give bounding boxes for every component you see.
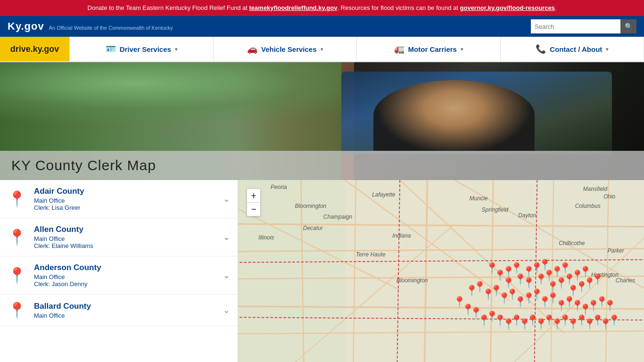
- map-pin[interactable]: 📍: [510, 262, 523, 274]
- map-pin[interactable]: 📍: [579, 266, 592, 278]
- county-sub2: Clerk: Lisa Greer: [34, 204, 219, 211]
- nav-item-contact-about-label: Contact / About: [550, 45, 602, 53]
- county-name: Anderson County: [34, 263, 219, 272]
- kygov-header: Ky.gov An Official Website of the Common…: [0, 16, 644, 37]
- map-pin[interactable]: 📍: [538, 259, 551, 271]
- main-content: 📍 Adair County Main Office Clerk: Lisa G…: [0, 180, 644, 362]
- contact-about-icon: 📞: [536, 44, 546, 54]
- flood-banner-text-after: .: [555, 4, 557, 11]
- county-name: Ballard County: [34, 302, 219, 311]
- hero-tree: [0, 62, 341, 133]
- site-nav: drive.ky.gov 🪪 Driver Services ▾ 🚗 Vehic…: [0, 37, 644, 62]
- county-info: Anderson County Main Office Clerk: Jason…: [34, 263, 219, 288]
- county-sub2: Clerk: Jason Denny: [34, 280, 219, 288]
- map-city-label: Muncie: [470, 195, 488, 202]
- driver-services-icon: 🪪: [106, 44, 116, 54]
- county-name: Adair County: [34, 187, 219, 196]
- governor-flood-link[interactable]: governor.ky.gov/flood-resources: [460, 4, 555, 11]
- search-input[interactable]: [531, 19, 620, 33]
- hero: KY County Clerk Map: [0, 62, 644, 180]
- map-city-label: Bloomington: [295, 203, 327, 209]
- county-item[interactable]: 📍 Adair County Main Office Clerk: Lisa G…: [0, 180, 238, 218]
- map-city-label: Decatur: [303, 225, 323, 231]
- search-button[interactable]: 🔍: [620, 19, 636, 33]
- flood-banner-text-middle: . Resources for flood victims can be fou…: [337, 4, 460, 11]
- map-city-label: Lafayette: [372, 191, 395, 198]
- map-city-label: Parker: [608, 247, 624, 254]
- map-pin[interactable]: 📍: [559, 262, 571, 274]
- map-pin[interactable]: 📍: [522, 277, 535, 289]
- map-city-label: Chillicothe: [559, 240, 585, 247]
- flood-banner-text-before: Donate to the Team Eastern Kentucky Floo…: [88, 4, 249, 11]
- map-pin[interactable]: 📍: [591, 273, 604, 286]
- map-pin[interactable]: 📍: [608, 314, 620, 327]
- county-info: Ballard County Main Office: [34, 302, 219, 319]
- zoom-in-button[interactable]: +: [247, 189, 260, 202]
- map-pin[interactable]: 📍: [603, 300, 616, 312]
- county-pin-icon: 📍: [8, 266, 26, 284]
- county-sub1: Main Office: [34, 197, 219, 204]
- nav-item-driver-services[interactable]: 🪪 Driver Services ▾: [70, 37, 214, 61]
- nav-item-motor-carriers-label: Motor Carriers: [408, 45, 457, 53]
- hero-title-area: KY County Clerk Map: [0, 151, 644, 180]
- map-city-label: Indiana: [392, 232, 411, 239]
- nav-item-driver-services-label: Driver Services: [120, 45, 171, 53]
- kygov-header-left: Ky.gov An Official Website of the Common…: [8, 20, 173, 33]
- map-city-label: Terre Haute: [356, 251, 386, 258]
- county-list: 📍 Adair County Main Office Clerk: Lisa G…: [0, 180, 238, 362]
- county-expand-chevron[interactable]: ⌄: [223, 270, 230, 280]
- driver-services-chevron: ▾: [175, 47, 177, 52]
- county-info: Adair County Main Office Clerk: Lisa Gre…: [34, 187, 219, 211]
- county-expand-chevron[interactable]: ⌄: [223, 194, 230, 204]
- county-pin-icon: 📍: [8, 228, 26, 246]
- map-city-label: Dayton: [518, 212, 536, 219]
- county-info: Allen County Main Office Clerk: Elaine W…: [34, 225, 219, 249]
- map-city-label: Columbus: [575, 203, 601, 209]
- search-wrapper: 🔍: [531, 19, 636, 33]
- kygov-tagline: An Official Website of the Commonwealth …: [49, 25, 173, 31]
- vehicle-services-icon: 🚗: [247, 44, 257, 54]
- county-expand-chevron[interactable]: ⌄: [223, 305, 230, 315]
- map-city-label: Peoria: [271, 184, 287, 190]
- kygov-logo[interactable]: Ky.gov: [8, 20, 44, 33]
- map-city-label: Bloomington: [396, 277, 428, 284]
- county-item[interactable]: 📍 Allen County Main Office Clerk: Elaine…: [0, 218, 238, 256]
- map-city-label: Mansfield: [583, 186, 607, 192]
- nav-item-contact-about[interactable]: 📞 Contact / About ▾: [501, 37, 644, 61]
- nav-item-vehicle-services-label: Vehicle Services: [261, 45, 317, 53]
- county-pin-icon: 📍: [8, 190, 26, 208]
- map-pin[interactable]: 📍: [502, 277, 515, 289]
- site-logo[interactable]: drive.ky.gov: [0, 37, 70, 61]
- hero-title: KY County Clerk Map: [11, 157, 633, 173]
- county-sub1: Main Office: [34, 235, 219, 242]
- motor-carriers-chevron: ▾: [461, 47, 463, 52]
- map-city-label: Champaign: [323, 214, 352, 220]
- county-sub2: Clerk: Elaine Williams: [34, 242, 219, 249]
- county-pin-icon: 📍: [8, 301, 26, 319]
- county-expand-chevron[interactable]: ⌄: [223, 232, 230, 242]
- county-name: Allen County: [34, 225, 219, 234]
- hero-person: [373, 80, 535, 151]
- nav-item-motor-carriers[interactable]: 🚛 Motor Carriers ▾: [357, 37, 501, 61]
- county-item[interactable]: 📍 Anderson County Main Office Clerk: Jas…: [0, 256, 238, 295]
- county-sub1: Main Office: [34, 273, 219, 280]
- map-city-label: Ohio: [603, 193, 615, 200]
- county-sub1: Main Office: [34, 312, 219, 319]
- nav-items: 🪪 Driver Services ▾ 🚗 Vehicle Services ▾…: [70, 37, 644, 61]
- flood-relief-link[interactable]: teamekyfloodrelieffund.ky.gov: [249, 4, 338, 11]
- vehicle-services-chevron: ▾: [321, 47, 323, 52]
- contact-about-chevron: ▾: [606, 47, 608, 52]
- map-city-label: Springfield: [482, 206, 509, 213]
- map-zoom-controls: + −: [247, 189, 261, 216]
- flood-banner: Donate to the Team Eastern Kentucky Floo…: [0, 0, 644, 16]
- motor-carriers-icon: 🚛: [394, 44, 405, 54]
- nav-item-vehicle-services[interactable]: 🚗 Vehicle Services ▾: [214, 37, 357, 61]
- map-area: PeoriaMansfieldBloomingtonLafayetteMunci…: [238, 180, 644, 362]
- zoom-out-button[interactable]: −: [247, 203, 260, 216]
- search-icon: 🔍: [625, 23, 633, 30]
- map-city-label: Illinois: [258, 234, 274, 241]
- county-item[interactable]: 📍 Ballard County Main Office ⌄: [0, 295, 238, 326]
